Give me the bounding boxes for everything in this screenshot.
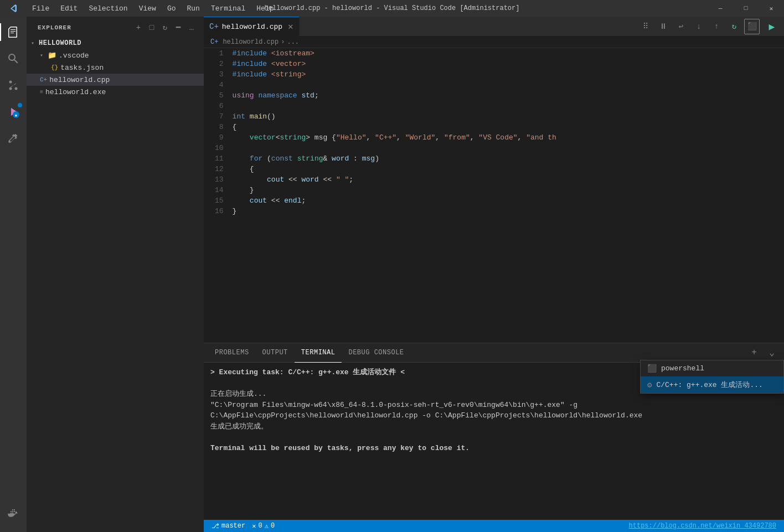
close-button[interactable]: ✕ [759,0,784,17]
menu-terminal[interactable]: Terminal [205,0,251,17]
tab-debug-console[interactable]: DEBUG CONSOLE [342,343,410,363]
sidebar-title: Explorer [38,24,71,31]
step-out-icon[interactable]: ↑ [709,19,724,34]
sidebar-actions: + □ ↻ ━ … [133,22,197,33]
stop-icon[interactable]: ⬛ [744,19,760,34]
svg-point-0 [9,81,12,84]
activity-search[interactable] [0,45,27,72]
code-line-9: vector<string> msg {"Hello", "C++", "Wor… [233,132,773,143]
collapse-button[interactable]: ━ [173,22,184,33]
activity-docker[interactable] [0,501,27,528]
line-number-14: 14 [215,185,224,195]
terminal-dropdown: ⬛ powershell ⚙ C/C++: g++.exe 生成活动... [640,360,784,394]
dropdown-cpp-task[interactable]: ⚙ C/C++: g++.exe 生成活动... [641,376,783,393]
status-bar: ⎇ master ✕ 0 ⚠ 0 https://blog.csdn.net/w… [204,520,784,532]
line-number-16: 16 [215,206,224,216]
code-line-6 [233,101,773,111]
menu-view[interactable]: View [133,0,162,17]
status-link[interactable]: https://blog.csdn.net/weixin_43492780 [629,522,776,530]
maximize-button[interactable]: □ [733,0,759,17]
terminal-tab-actions: + ⌄ [746,345,780,360]
pause-icon[interactable]: ⏸ [656,19,671,34]
status-branch[interactable]: ⎇ master [208,520,249,532]
svg-point-1 [15,87,18,90]
line-number-5: 5 [215,90,224,101]
tab-problems[interactable]: PROBLEMS [208,343,256,363]
line-number-6: 6 [215,101,224,111]
svg-point-2 [9,87,12,90]
editor-area: C+ helloworld.cpp ✕ ⠿ ⏸ ↩ ↓ ↑ ↻ ⬛ ▶ C+ h… [204,17,784,532]
tree-tasks-json[interactable]: {} tasks.json [27,61,204,74]
error-icon: ✕ [252,522,256,530]
run-button[interactable]: ▶ [764,19,780,34]
status-errors-count: 0 [258,522,262,530]
titlebar: File Edit Selection View Go Run Terminal… [0,0,784,17]
code-line-13: cout << word << " "; [233,174,773,185]
tab-output[interactable]: OUTPUT [256,343,295,363]
tree-helloworld-exe[interactable]: ≡ helloworld.exe [27,86,204,98]
terminal-split-button[interactable]: ⌄ [764,345,780,360]
new-file-button[interactable]: + [133,22,144,33]
chevron-down-icon: ▾ [31,40,37,47]
line-number-2: 2 [215,59,224,69]
status-link-item[interactable]: https://blog.csdn.net/weixin_43492780 [626,520,780,532]
code-editor[interactable]: 12345678910111213141516 #include <iostre… [204,48,784,343]
breadcrumb-more[interactable]: ... [287,38,299,46]
code-lines: #include <iostream>#include <vector>#inc… [233,48,784,343]
code-line-16: } [233,206,773,216]
new-folder-button[interactable]: □ [146,22,157,33]
file-tree: ▾ HELLOWORLD ▾ 📁 .vscode {} tasks.json C… [27,36,204,532]
menu-file[interactable]: File [27,0,55,17]
terminal-output-4: Terminal will be reused by tasks, press … [210,443,777,454]
line-number-3: 3 [215,69,224,80]
svg-text:●: ● [15,113,18,118]
code-line-4 [233,80,773,90]
code-line-10 [233,143,773,153]
step-into-icon[interactable]: ↓ [691,19,706,34]
menu-run[interactable]: Run [181,0,205,17]
new-terminal-button[interactable]: + [746,345,762,360]
terminal-line-2: "C:\Program Files\mingw-w64\x86_64-8.1.0… [210,401,642,420]
root-folder-label: HELLOWORLD [39,39,81,47]
tree-helloworld-cpp[interactable]: C+ helloworld.cpp [27,74,204,86]
code-line-3: #include <string> [233,69,773,80]
cpp-tab-icon: C+ [209,22,219,31]
activity-bar: ● [0,17,27,532]
tab-bar: C+ helloworld.cpp ✕ ⠿ ⏸ ↩ ↓ ↑ ↻ ⬛ ▶ [204,17,784,36]
status-errors[interactable]: ✕ 0 ⚠ 0 [249,520,278,532]
activity-explorer[interactable] [0,19,27,45]
tab-close-icon[interactable]: ✕ [288,21,293,32]
window-controls: — □ ✕ [708,0,784,17]
helloworld-exe-label: helloworld.exe [45,88,106,96]
tree-vscode-folder[interactable]: ▾ 📁 .vscode [27,49,204,61]
menu-selection[interactable]: Selection [83,0,133,17]
layout-icon[interactable]: ⠿ [638,19,653,34]
terminal-panel: PROBLEMS OUTPUT TERMINAL DEBUG CONSOLE +… [204,343,784,520]
line-number-4: 4 [215,80,224,90]
dropdown-powershell[interactable]: ⬛ powershell [641,360,783,376]
code-line-11: for (const string& word : msg) [233,153,773,164]
debug-badge [18,103,22,107]
tab-terminal[interactable]: TERMINAL [295,343,342,363]
breadcrumb-cpp-icon: C+ [210,38,218,46]
dropdown-powershell-label: powershell [661,364,704,373]
settings-gear-icon: ⚙ [647,380,652,390]
tree-root-folder[interactable]: ▾ HELLOWORLD [27,37,204,49]
menu-go[interactable]: Go [162,0,182,17]
tab-filename: helloworld.cpp [222,23,282,31]
activity-source-control[interactable] [0,72,27,99]
activity-extensions[interactable] [0,125,27,152]
step-over-icon[interactable]: ↩ [673,19,689,34]
breadcrumb-arrow: › [281,38,285,46]
minimize-button[interactable]: — [708,0,733,17]
activity-run-debug[interactable]: ● [0,99,27,125]
terminal-line-4: Terminal will be reused by tasks, press … [210,444,470,452]
menu-edit[interactable]: Edit [55,0,83,17]
git-icon: ⎇ [212,522,219,530]
code-line-15: cout << endl; [233,195,773,206]
more-actions-button[interactable]: … [186,22,197,33]
editor-tab-helloworld-cpp[interactable]: C+ helloworld.cpp ✕ [204,17,300,36]
refresh-button[interactable]: ↻ [159,22,171,33]
breadcrumb-filename[interactable]: helloworld.cpp [223,38,278,46]
restart-icon[interactable]: ↻ [726,19,742,34]
